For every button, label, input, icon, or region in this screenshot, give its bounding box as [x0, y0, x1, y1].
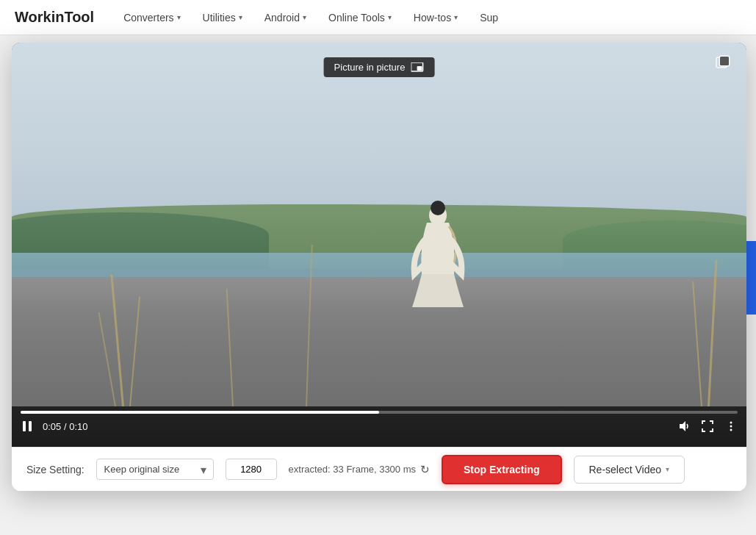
progress-bar[interactable] [21, 411, 738, 414]
chevron-down-icon: ▾ [239, 13, 242, 21]
chevron-down-icon: ▾ [303, 13, 306, 21]
nav-utilities[interactable]: Utilities ▾ [203, 12, 242, 24]
nav-converters[interactable]: Converters ▾ [123, 12, 180, 24]
bottom-toolbar: Size Setting: Keep original size extract… [12, 447, 746, 491]
page-background: Picture in picture [0, 35, 756, 535]
svg-marker-9 [680, 421, 685, 431]
size-setting-label: Size Setting: [26, 464, 84, 475]
pause-button[interactable] [21, 420, 34, 433]
svg-rect-6 [720, 57, 729, 65]
extracted-info: extracted: 33 Frame, 3300 ms ↻ [289, 463, 430, 476]
svg-point-12 [730, 429, 732, 431]
svg-point-11 [730, 426, 732, 428]
more-options-icon [724, 420, 738, 433]
right-controls [677, 420, 738, 433]
pip-tooltip[interactable]: Picture in picture [324, 57, 435, 77]
screenshot-icon [714, 54, 732, 71]
pip-icon [411, 62, 424, 73]
video-frame [12, 43, 746, 447]
svg-point-1 [431, 201, 445, 215]
size-select[interactable]: Keep original size [96, 459, 214, 480]
nav-online-tools[interactable]: Online Tools ▾ [328, 12, 392, 24]
nav-android[interactable]: Android ▾ [264, 12, 306, 24]
volume-icon [677, 420, 691, 433]
chevron-down-icon: ▾ [454, 13, 458, 21]
modal-container: Picture in picture [12, 43, 756, 535]
volume-button[interactable] [677, 420, 691, 433]
time-display: 0:05 / 0:10 [43, 421, 87, 432]
header: WorkinTool Converters ▾ Utilities ▾ Andr… [0, 0, 756, 35]
nav-sup[interactable]: Sup [480, 12, 498, 24]
fullscreen-icon [701, 420, 714, 433]
chevron-down-icon: ▾ [388, 13, 392, 21]
video-modal: Picture in picture [12, 43, 746, 491]
pause-icon [21, 420, 34, 433]
svg-rect-3 [417, 66, 422, 71]
svg-rect-8 [29, 421, 32, 431]
video-player-area: Picture in picture [12, 43, 746, 447]
video-controls: 0:05 / 0:10 [12, 406, 746, 447]
person-silhouette [408, 201, 467, 348]
svg-point-10 [730, 422, 732, 424]
progress-fill [21, 411, 379, 414]
fullscreen-button[interactable] [701, 420, 714, 433]
chevron-down-icon: ▾ [666, 465, 669, 473]
copy-icon[interactable] [714, 54, 732, 76]
controls-row: 0:05 / 0:10 [21, 420, 738, 433]
site-logo[interactable]: WorkinTool [15, 9, 94, 26]
stop-extracting-button[interactable]: Stop Extracting [442, 455, 561, 484]
size-select-wrapper: Keep original size [96, 459, 214, 480]
reselect-video-button[interactable]: Re-select Video ▾ [574, 456, 685, 484]
width-input[interactable] [226, 459, 277, 480]
refresh-icon[interactable]: ↻ [420, 463, 430, 476]
chevron-down-icon: ▾ [177, 13, 181, 21]
main-nav: Converters ▾ Utilities ▾ Android ▾ Onlin… [123, 12, 498, 24]
nav-how-tos[interactable]: How-tos ▾ [414, 12, 458, 24]
more-options-button[interactable] [724, 420, 738, 433]
svg-rect-7 [23, 421, 26, 431]
